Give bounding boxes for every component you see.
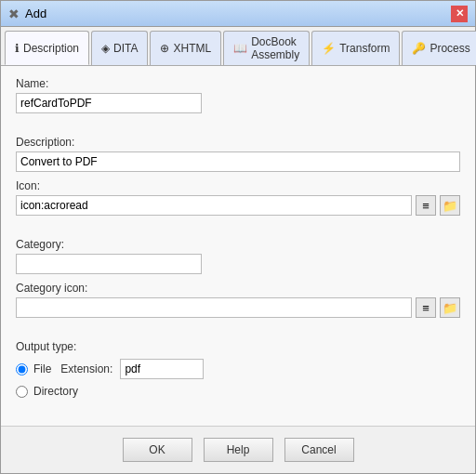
tab-process-label: Process [430, 42, 469, 55]
name-field-group: Name: [16, 77, 460, 113]
tabs-bar: ℹ Description ◈ DITA ⊕ XHTML 📖 DocBook A… [1, 27, 475, 66]
category-icon-field-group: Category icon: ≡ 📁 [16, 282, 460, 318]
ok-button[interactable]: OK [123, 438, 192, 462]
description-label: Description: [16, 136, 460, 149]
folder-icon: 📁 [443, 199, 457, 213]
description-input[interactable] [16, 151, 460, 172]
tab-transform[interactable]: ⚡ Transform [311, 31, 400, 65]
separator-1 [16, 121, 460, 128]
cat-list-icon: ≡ [422, 301, 430, 315]
tab-transform-label: Transform [339, 42, 390, 55]
icon-field-group: Icon: ≡ 📁 [16, 179, 460, 216]
separator-3 [16, 325, 460, 333]
directory-radio-row: Directory [16, 385, 460, 398]
tab-description[interactable]: ℹ Description [5, 31, 89, 65]
category-field-group: Category: [16, 238, 460, 274]
tab-process[interactable]: 🔑 Process [402, 31, 476, 65]
tab-xhtml-label: XHTML [173, 42, 211, 55]
file-radio-label[interactable]: File [33, 362, 51, 375]
title-bar-left: ✖ Add [8, 7, 46, 21]
icon-label: Icon: [16, 179, 460, 192]
category-icon-label: Category icon: [16, 282, 460, 295]
output-type-section: Output type: File Extension: Directory [16, 340, 460, 398]
directory-radio-label[interactable]: Directory [33, 385, 78, 398]
name-input[interactable] [16, 93, 202, 113]
button-bar: OK Help Cancel [1, 426, 475, 473]
tab-docbook[interactable]: 📖 DocBook Assembly [223, 31, 310, 65]
icon-list-button[interactable]: ≡ [416, 195, 436, 216]
help-button[interactable]: Help [204, 438, 273, 462]
extension-group: Extension: [60, 359, 204, 379]
icon-input[interactable] [16, 195, 412, 216]
cancel-button[interactable]: Cancel [284, 438, 354, 462]
category-icon-folder-button[interactable]: 📁 [440, 297, 460, 318]
icon-field-row: ≡ 📁 [16, 195, 460, 216]
tab-description-label: Description [23, 42, 79, 55]
tab-dita[interactable]: ◈ DITA [91, 31, 148, 65]
directory-radio[interactable] [16, 386, 28, 398]
category-icon-input[interactable] [16, 297, 412, 318]
description-field-group: Description: [16, 136, 460, 172]
category-icon-field-row: ≡ 📁 [16, 297, 460, 318]
category-label: Category: [16, 238, 460, 251]
add-dialog: ✖ Add ✕ ℹ Description ◈ DITA ⊕ XHTML 📖 D… [0, 0, 476, 474]
docbook-tab-icon: 📖 [233, 42, 247, 55]
tab-docbook-label: DocBook Assembly [251, 35, 299, 61]
category-icon-list-button[interactable]: ≡ [416, 297, 436, 318]
process-tab-icon: 🔑 [412, 42, 426, 55]
extension-input[interactable] [120, 359, 204, 379]
app-icon: ✖ [8, 7, 20, 21]
file-radio[interactable] [16, 363, 28, 375]
category-input[interactable] [16, 254, 202, 274]
file-radio-row: File Extension: [16, 359, 460, 379]
icon-folder-button[interactable]: 📁 [440, 195, 460, 216]
transform-tab-icon: ⚡ [322, 42, 336, 55]
title-bar: ✖ Add ✕ [1, 1, 475, 27]
description-tab-icon: ℹ [15, 42, 20, 55]
cat-folder-icon: 📁 [443, 301, 457, 315]
tab-xhtml[interactable]: ⊕ XHTML [150, 31, 221, 65]
form-content: Name: Description: Icon: ≡ 📁 [1, 66, 475, 426]
name-label: Name: [16, 77, 460, 90]
close-button[interactable]: ✕ [451, 6, 468, 22]
dita-tab-icon: ◈ [101, 42, 110, 55]
output-type-label: Output type: [16, 340, 460, 353]
xhtml-tab-icon: ⊕ [160, 42, 169, 55]
list-icon: ≡ [422, 199, 430, 213]
separator-2 [16, 223, 460, 230]
tab-dita-label: DITA [113, 42, 138, 55]
window-title: Add [25, 7, 46, 20]
extension-label: Extension: [60, 362, 112, 375]
